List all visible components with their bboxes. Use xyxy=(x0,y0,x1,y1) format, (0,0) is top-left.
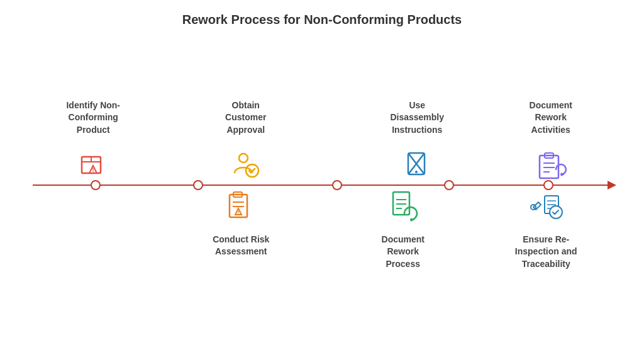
step-customer-icon xyxy=(226,144,266,185)
timeline-area: Identify Non-ConformingProduct ! ObtainC xyxy=(20,65,624,304)
step-identify: Identify Non-ConformingProduct ! xyxy=(46,99,140,185)
step-customer: ObtainCustomerApproval xyxy=(199,99,293,185)
step-doc-process-icon xyxy=(383,186,423,226)
step-risk-icon: ! xyxy=(221,186,261,226)
step-doc-activities-icon xyxy=(531,144,571,185)
step-instructions-label: UseDisassemblyInstructions xyxy=(390,99,444,137)
step-doc-activities: DocumentReworkActivities xyxy=(504,99,598,185)
step-identify-label: Identify Non-ConformingProduct xyxy=(66,99,120,137)
step-doc-process-label: DocumentReworkProcess xyxy=(382,234,425,271)
main-container: Rework Process for Non-Conforming Produc… xyxy=(20,13,624,340)
step-doc-process: DocumentReworkProcess xyxy=(356,186,450,271)
step-instructions: UseDisassemblyInstructions xyxy=(370,99,464,185)
svg-point-6 xyxy=(415,171,418,173)
svg-point-3 xyxy=(239,154,248,162)
step-inspection: Ensure Re-Inspection andTraceability xyxy=(499,186,593,271)
step-doc-activities-label: DocumentReworkActivities xyxy=(530,99,572,137)
step-instructions-icon xyxy=(397,144,437,185)
step-customer-label: ObtainCustomerApproval xyxy=(225,99,266,137)
step-identify-icon: ! xyxy=(73,144,113,185)
steps-below: ! Conduct RiskAssessment xyxy=(20,186,624,305)
page-title: Rework Process for Non-Conforming Produc… xyxy=(182,13,462,27)
step-risk-label: Conduct RiskAssessment xyxy=(213,234,269,258)
step-inspection-icon xyxy=(526,186,566,226)
steps-above: Identify Non-ConformingProduct ! ObtainC xyxy=(20,65,624,185)
step-inspection-label: Ensure Re-Inspection andTraceability xyxy=(515,234,577,271)
step-risk: ! Conduct RiskAssessment xyxy=(194,186,288,258)
svg-text:!: ! xyxy=(238,210,240,215)
svg-text:!: ! xyxy=(92,167,94,173)
